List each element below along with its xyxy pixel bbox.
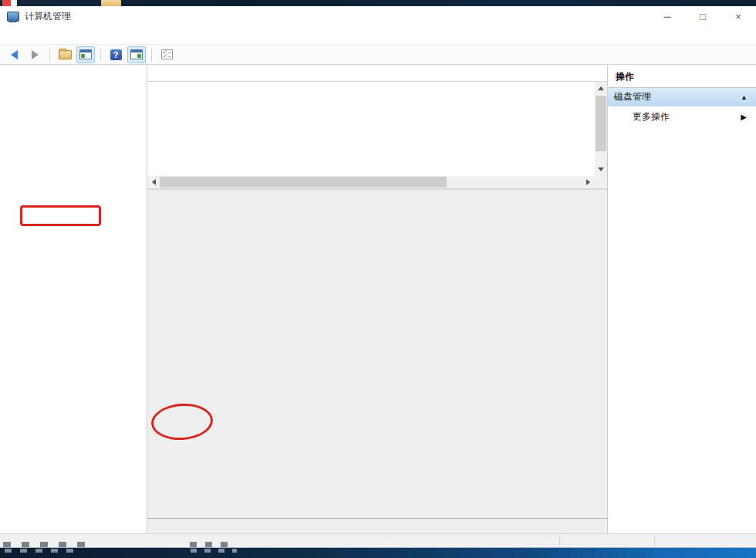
minimize-button[interactable]: ─ xyxy=(650,6,685,26)
actions-group-label: 磁盘管理 xyxy=(614,90,651,103)
taskbar xyxy=(0,548,756,558)
disk-graphical-view xyxy=(147,190,607,533)
close-button[interactable]: × xyxy=(721,6,756,26)
toolbar-separator xyxy=(100,48,101,62)
toolbar-separator xyxy=(49,48,50,62)
console-tree xyxy=(0,65,147,533)
taskbar-artifacts xyxy=(5,549,82,553)
back-button[interactable] xyxy=(5,46,23,63)
forward-icon xyxy=(32,50,39,59)
horizontal-scroll-thumb[interactable] xyxy=(160,177,447,188)
volume-vertical-scrollbar[interactable] xyxy=(595,82,607,176)
scrollbar-corner xyxy=(595,176,607,188)
help-icon: ? xyxy=(110,49,122,60)
vertical-scroll-thumb[interactable] xyxy=(596,96,606,151)
statusbar-divider xyxy=(559,536,560,546)
back-icon xyxy=(11,50,18,59)
actions-group-disk-management[interactable]: 磁盘管理 ▲ xyxy=(608,88,756,107)
window-title: 计算机管理 xyxy=(25,10,71,23)
volume-list-header xyxy=(147,65,607,82)
actions-header: 操作 xyxy=(608,65,756,88)
toolbar: ? ✓–✓– xyxy=(0,44,756,65)
volume-horizontal-scrollbar[interactable] xyxy=(147,176,595,188)
statusbar-artifacts xyxy=(190,542,235,547)
maximize-button[interactable]: □ xyxy=(685,6,721,26)
screen: 计算机管理 ─ □ × ? ✓–✓– xyxy=(0,0,756,558)
forward-button[interactable] xyxy=(25,46,44,63)
scroll-up-icon[interactable] xyxy=(598,86,604,90)
window-controls: ─ □ × xyxy=(650,6,756,26)
scroll-down-icon[interactable] xyxy=(598,167,604,171)
statusbar-divider xyxy=(654,536,655,546)
computer-management-window: 计算机管理 ─ □ × ? ✓–✓– xyxy=(0,6,756,548)
export-button[interactable] xyxy=(56,46,74,63)
show-console-tree-icon xyxy=(79,49,92,59)
statusbar xyxy=(0,533,756,547)
submenu-arrow-icon: ▶ xyxy=(741,113,747,121)
help-button[interactable]: ? xyxy=(106,46,125,63)
toolbar-separator xyxy=(151,48,152,62)
more-actions-item[interactable]: 更多操作 ▶ xyxy=(608,107,756,127)
background-window-strip xyxy=(0,0,756,6)
statusbar-artifacts xyxy=(3,542,85,547)
taskbar-artifacts xyxy=(191,549,237,553)
background-app-icon xyxy=(2,0,17,6)
center-pane xyxy=(147,65,608,533)
show-action-pane-icon xyxy=(130,49,143,59)
more-actions-label: 更多操作 xyxy=(633,110,670,123)
background-folder-icon xyxy=(101,0,121,6)
volume-list-rows xyxy=(147,82,595,188)
customize-button[interactable]: ✓–✓– xyxy=(157,46,176,63)
partition-legend xyxy=(147,518,607,533)
app-icon xyxy=(7,12,19,22)
customize-icon: ✓–✓– xyxy=(161,49,173,59)
show-action-pane-button[interactable] xyxy=(127,46,146,63)
scroll-left-icon[interactable] xyxy=(152,179,156,185)
export-folder-icon xyxy=(59,50,72,59)
volume-list xyxy=(147,65,607,190)
titlebar: 计算机管理 ─ □ × xyxy=(0,6,756,26)
collapse-icon[interactable]: ▲ xyxy=(741,93,748,101)
scroll-right-icon[interactable] xyxy=(586,179,590,185)
show-console-tree-button[interactable] xyxy=(76,46,95,63)
actions-pane: 操作 磁盘管理 ▲ 更多操作 ▶ xyxy=(608,65,756,533)
main-area: 操作 磁盘管理 ▲ 更多操作 ▶ xyxy=(0,65,756,533)
menubar xyxy=(0,26,756,44)
